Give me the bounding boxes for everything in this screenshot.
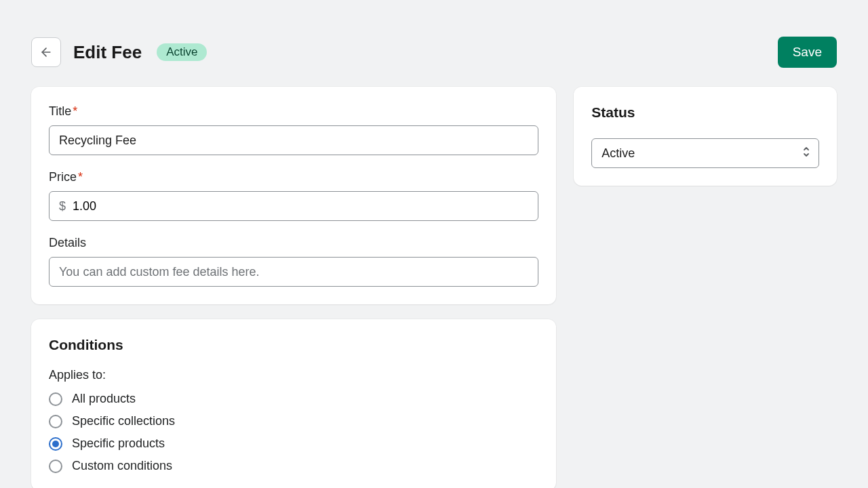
radio-label: Custom conditions <box>72 459 172 473</box>
price-input[interactable] <box>73 192 538 220</box>
title-label: Title* <box>49 104 538 119</box>
details-label: Details <box>49 236 538 250</box>
radio-specific-products[interactable]: Specific products <box>49 436 538 451</box>
back-button[interactable] <box>31 37 61 67</box>
radio-icon <box>49 460 62 473</box>
radio-label: All products <box>72 392 136 406</box>
radio-all-products[interactable]: All products <box>49 392 538 406</box>
status-select[interactable]: Active <box>591 138 819 168</box>
required-indicator: * <box>78 170 83 184</box>
content-row: Title* Price* $ Details <box>31 87 837 488</box>
applies-to-radio-group: All products Specific collections Specif… <box>49 392 538 473</box>
page-title: Edit Fee <box>73 42 142 63</box>
page-header: Edit Fee Active Save <box>31 37 837 68</box>
currency-prefix: $ <box>50 199 73 214</box>
save-button[interactable]: Save <box>778 37 837 68</box>
title-field: Title* <box>49 104 538 155</box>
price-label: Price* <box>49 170 538 184</box>
conditions-heading: Conditions <box>49 337 538 353</box>
applies-to-label: Applies to: <box>49 368 538 382</box>
radio-custom-conditions[interactable]: Custom conditions <box>49 459 538 473</box>
title-input[interactable] <box>49 125 538 155</box>
side-column: Status Active <box>574 87 837 186</box>
status-card: Status Active <box>574 87 837 186</box>
radio-icon <box>49 392 62 406</box>
details-input[interactable] <box>49 257 538 287</box>
radio-label: Specific products <box>72 436 165 451</box>
radio-icon <box>49 437 62 451</box>
header-left: Edit Fee Active <box>31 37 207 67</box>
fee-details-card: Title* Price* $ Details <box>31 87 556 304</box>
arrow-left-icon <box>39 45 53 59</box>
conditions-card: Conditions Applies to: All products Spec… <box>31 319 556 488</box>
price-label-text: Price <box>49 170 77 184</box>
radio-label: Specific collections <box>72 414 175 428</box>
radio-specific-collections[interactable]: Specific collections <box>49 414 538 428</box>
main-column: Title* Price* $ Details <box>31 87 556 488</box>
radio-icon <box>49 415 62 428</box>
status-heading: Status <box>591 104 819 121</box>
title-label-text: Title <box>49 104 71 118</box>
price-input-group: $ <box>49 191 538 221</box>
status-badge: Active <box>157 43 207 61</box>
details-field: Details <box>49 236 538 287</box>
status-select-wrap: Active <box>591 138 819 168</box>
price-field: Price* $ <box>49 170 538 221</box>
required-indicator: * <box>73 104 77 118</box>
